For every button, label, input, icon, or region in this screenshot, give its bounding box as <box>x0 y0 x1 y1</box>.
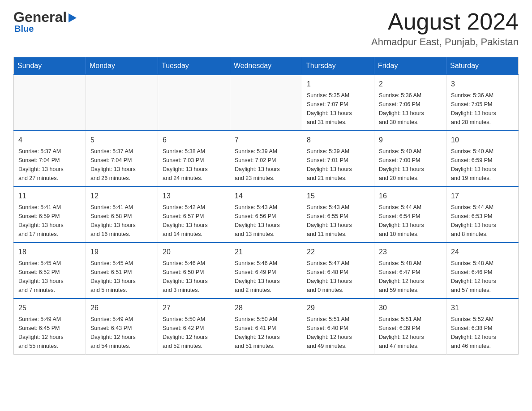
day-info: Sunrise: 5:50 AMSunset: 6:42 PMDaylight:… <box>163 315 225 351</box>
day-number: 22 <box>307 247 369 257</box>
day-info: Sunrise: 5:44 AMSunset: 6:53 PMDaylight:… <box>451 203 514 239</box>
day-number: 14 <box>235 191 297 201</box>
calendar-cell: 4Sunrise: 5:37 AMSunset: 7:04 PMDaylight… <box>14 131 86 187</box>
day-number: 11 <box>18 191 81 201</box>
calendar-cell: 8Sunrise: 5:39 AMSunset: 7:01 PMDaylight… <box>302 131 374 187</box>
calendar-cell: 12Sunrise: 5:41 AMSunset: 6:58 PMDayligh… <box>86 187 158 243</box>
calendar-cell <box>86 75 158 131</box>
calendar-header: Sunday Monday Tuesday Wednesday Thursday… <box>14 57 519 75</box>
day-number: 2 <box>379 79 442 90</box>
day-info: Sunrise: 5:43 AMSunset: 6:55 PMDaylight:… <box>307 203 369 239</box>
day-info: Sunrise: 5:40 AMSunset: 7:00 PMDaylight:… <box>379 147 442 183</box>
calendar-cell: 23Sunrise: 5:48 AMSunset: 6:47 PMDayligh… <box>374 243 446 299</box>
logo-general-text: General <box>13 9 67 26</box>
calendar-cell: 20Sunrise: 5:46 AMSunset: 6:50 PMDayligh… <box>158 243 230 299</box>
calendar-week-3: 11Sunrise: 5:41 AMSunset: 6:59 PMDayligh… <box>14 187 519 243</box>
day-number: 25 <box>18 303 81 313</box>
calendar-cell: 6Sunrise: 5:38 AMSunset: 7:03 PMDaylight… <box>158 131 230 187</box>
day-number: 19 <box>90 247 153 257</box>
day-number: 1 <box>307 79 369 90</box>
day-info: Sunrise: 5:46 AMSunset: 6:49 PMDaylight:… <box>235 259 297 295</box>
col-sunday: Sunday <box>14 57 86 75</box>
calendar-cell: 27Sunrise: 5:50 AMSunset: 6:42 PMDayligh… <box>158 299 230 355</box>
calendar-cell: 9Sunrise: 5:40 AMSunset: 7:00 PMDaylight… <box>374 131 446 187</box>
day-info: Sunrise: 5:51 AMSunset: 6:40 PMDaylight:… <box>307 315 369 351</box>
logo: General Blue <box>13 9 77 34</box>
calendar-cell <box>14 75 86 131</box>
col-tuesday: Tuesday <box>158 57 230 75</box>
calendar-cell: 11Sunrise: 5:41 AMSunset: 6:59 PMDayligh… <box>14 187 86 243</box>
title-section: August 2024 Ahmadpur East, Punjab, Pakis… <box>371 9 519 48</box>
day-number: 30 <box>379 303 442 313</box>
calendar-week-2: 4Sunrise: 5:37 AMSunset: 7:04 PMDaylight… <box>14 131 519 187</box>
day-number: 12 <box>90 191 153 201</box>
day-number: 16 <box>379 191 442 201</box>
calendar-cell: 14Sunrise: 5:43 AMSunset: 6:56 PMDayligh… <box>230 187 302 243</box>
day-info: Sunrise: 5:37 AMSunset: 7:04 PMDaylight:… <box>90 147 153 183</box>
day-number: 23 <box>379 247 442 257</box>
col-saturday: Saturday <box>446 57 519 75</box>
calendar-cell: 3Sunrise: 5:36 AMSunset: 7:05 PMDaylight… <box>446 75 519 131</box>
day-number: 20 <box>163 247 225 257</box>
day-number: 26 <box>90 303 153 313</box>
day-number: 31 <box>451 303 514 313</box>
day-info: Sunrise: 5:49 AMSunset: 6:45 PMDaylight:… <box>18 315 81 351</box>
calendar-cell: 1Sunrise: 5:35 AMSunset: 7:07 PMDaylight… <box>302 75 374 131</box>
day-info: Sunrise: 5:52 AMSunset: 6:38 PMDaylight:… <box>451 315 514 351</box>
day-number: 29 <box>307 303 369 313</box>
day-info: Sunrise: 5:36 AMSunset: 7:06 PMDaylight:… <box>379 91 442 127</box>
day-number: 3 <box>451 79 514 90</box>
calendar-cell: 16Sunrise: 5:44 AMSunset: 6:54 PMDayligh… <box>374 187 446 243</box>
day-info: Sunrise: 5:40 AMSunset: 6:59 PMDaylight:… <box>451 147 514 183</box>
day-info: Sunrise: 5:41 AMSunset: 6:59 PMDaylight:… <box>18 203 81 239</box>
day-number: 15 <box>307 191 369 201</box>
day-info: Sunrise: 5:38 AMSunset: 7:03 PMDaylight:… <box>163 147 225 183</box>
day-info: Sunrise: 5:48 AMSunset: 6:46 PMDaylight:… <box>451 259 514 295</box>
calendar-cell: 10Sunrise: 5:40 AMSunset: 6:59 PMDayligh… <box>446 131 519 187</box>
day-number: 9 <box>379 135 442 146</box>
col-friday: Friday <box>374 57 446 75</box>
day-info: Sunrise: 5:45 AMSunset: 6:52 PMDaylight:… <box>18 259 81 295</box>
calendar-cell: 25Sunrise: 5:49 AMSunset: 6:45 PMDayligh… <box>14 299 86 355</box>
logo-blue-text: Blue <box>13 24 34 34</box>
day-info: Sunrise: 5:51 AMSunset: 6:39 PMDaylight:… <box>379 315 442 351</box>
day-info: Sunrise: 5:47 AMSunset: 6:48 PMDaylight:… <box>307 259 369 295</box>
calendar-week-5: 25Sunrise: 5:49 AMSunset: 6:45 PMDayligh… <box>14 299 519 355</box>
calendar-cell: 26Sunrise: 5:49 AMSunset: 6:43 PMDayligh… <box>86 299 158 355</box>
col-wednesday: Wednesday <box>230 57 302 75</box>
col-monday: Monday <box>86 57 158 75</box>
day-number: 6 <box>163 135 225 146</box>
location-text: Ahmadpur East, Punjab, Pakistan <box>371 36 519 48</box>
day-number: 28 <box>235 303 297 313</box>
day-info: Sunrise: 5:43 AMSunset: 6:56 PMDaylight:… <box>235 203 297 239</box>
calendar-week-1: 1Sunrise: 5:35 AMSunset: 7:07 PMDaylight… <box>14 75 519 131</box>
calendar-cell: 22Sunrise: 5:47 AMSunset: 6:48 PMDayligh… <box>302 243 374 299</box>
calendar-cell: 28Sunrise: 5:50 AMSunset: 6:41 PMDayligh… <box>230 299 302 355</box>
calendar-week-4: 18Sunrise: 5:45 AMSunset: 6:52 PMDayligh… <box>14 243 519 299</box>
day-number: 5 <box>90 135 153 146</box>
day-info: Sunrise: 5:48 AMSunset: 6:47 PMDaylight:… <box>379 259 442 295</box>
day-number: 21 <box>235 247 297 257</box>
day-info: Sunrise: 5:50 AMSunset: 6:41 PMDaylight:… <box>235 315 297 351</box>
calendar-cell: 18Sunrise: 5:45 AMSunset: 6:52 PMDayligh… <box>14 243 86 299</box>
calendar-cell: 7Sunrise: 5:39 AMSunset: 7:02 PMDaylight… <box>230 131 302 187</box>
day-info: Sunrise: 5:46 AMSunset: 6:50 PMDaylight:… <box>163 259 225 295</box>
calendar-cell: 5Sunrise: 5:37 AMSunset: 7:04 PMDaylight… <box>86 131 158 187</box>
calendar-cell: 24Sunrise: 5:48 AMSunset: 6:46 PMDayligh… <box>446 243 519 299</box>
days-of-week-row: Sunday Monday Tuesday Wednesday Thursday… <box>14 57 519 75</box>
col-thursday: Thursday <box>302 57 374 75</box>
day-info: Sunrise: 5:42 AMSunset: 6:57 PMDaylight:… <box>163 203 225 239</box>
calendar-cell: 17Sunrise: 5:44 AMSunset: 6:53 PMDayligh… <box>446 187 519 243</box>
calendar-cell: 15Sunrise: 5:43 AMSunset: 6:55 PMDayligh… <box>302 187 374 243</box>
calendar-cell <box>158 75 230 131</box>
calendar-cell <box>230 75 302 131</box>
calendar-cell: 13Sunrise: 5:42 AMSunset: 6:57 PMDayligh… <box>158 187 230 243</box>
calendar-table: Sunday Monday Tuesday Wednesday Thursday… <box>13 57 519 355</box>
calendar-cell: 29Sunrise: 5:51 AMSunset: 6:40 PMDayligh… <box>302 299 374 355</box>
day-number: 24 <box>451 247 514 257</box>
calendar-body: 1Sunrise: 5:35 AMSunset: 7:07 PMDaylight… <box>14 75 519 355</box>
day-number: 7 <box>235 135 297 146</box>
calendar-cell: 21Sunrise: 5:46 AMSunset: 6:49 PMDayligh… <box>230 243 302 299</box>
day-number: 10 <box>451 135 514 146</box>
month-title: August 2024 <box>371 9 519 34</box>
